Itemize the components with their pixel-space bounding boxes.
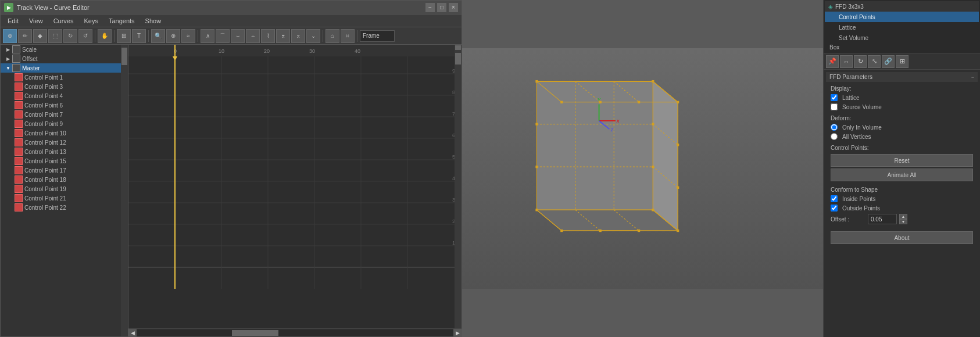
tangent-btn3[interactable]: ⌣	[231, 29, 245, 43]
tangent-btn4[interactable]: ⌢	[246, 29, 260, 43]
snap-button[interactable]: ≈	[181, 29, 195, 43]
tree-label-scale: Scale	[22, 46, 37, 53]
tangent-btn1[interactable]: ∧	[201, 29, 214, 43]
modifier-set-volume[interactable]: Set Volume	[825, 33, 979, 43]
tree-item-cp13[interactable]: Control Point 13	[1, 147, 128, 156]
frame-input[interactable]	[360, 30, 395, 42]
offset-down-button[interactable]: ▼	[899, 219, 907, 224]
all-vertices-radio[interactable]	[831, 133, 838, 140]
tree-item-scale[interactable]: ▶ Scale	[1, 45, 128, 54]
tree-item-master[interactable]: ▼ Master	[1, 63, 128, 73]
move-button[interactable]: ↔	[840, 55, 853, 68]
tree-item-cp12[interactable]: Control Point 12	[1, 138, 128, 147]
scroll-thumb[interactable]	[232, 330, 278, 336]
fit-sel-button[interactable]: T	[132, 29, 146, 43]
ffd-params-header[interactable]: FFD Parameters −	[826, 72, 978, 82]
pencil-tool-button[interactable]: ✏	[18, 29, 32, 43]
inside-points-checkbox[interactable]	[831, 195, 838, 202]
modifier-title-row: ◈ FFD 3x3x3	[825, 1, 979, 12]
tree-item-cp22[interactable]: Control Point 22	[1, 203, 128, 212]
loop2-tool-button[interactable]: ↺	[78, 29, 92, 43]
unified-btn[interactable]: ⌗	[341, 29, 355, 43]
tree-item-cp7[interactable]: Control Point 7	[1, 110, 128, 119]
about-button[interactable]: About	[831, 231, 973, 244]
tree-item-cp4[interactable]: Control Point 4	[1, 91, 128, 101]
svg-text:Y: Y	[598, 97, 601, 102]
tree-item-cp10[interactable]: Control Point 10	[1, 128, 128, 138]
tangent-btn6[interactable]: ⌆	[276, 29, 290, 43]
scroll-left-button[interactable]: ◀	[128, 329, 137, 337]
link-button[interactable]: 🔗	[882, 55, 895, 68]
menu-edit[interactable]: Edit	[3, 16, 23, 26]
offset-label: Offset :	[831, 216, 865, 223]
svg-rect-74	[652, 123, 654, 125]
tree-item-offset[interactable]: ▶ Offset	[1, 54, 128, 63]
offset-input[interactable]	[868, 214, 897, 224]
tree-item-cp19[interactable]: Control Point 19	[1, 184, 128, 193]
tree-scrollbar[interactable]	[121, 45, 128, 336]
key-icon	[15, 110, 23, 119]
inside-points-row: Inside Points	[826, 194, 978, 203]
tangent-btn5[interactable]: ⌇	[261, 29, 275, 43]
svg-rect-70	[652, 80, 654, 83]
rotate-button[interactable]: ↻	[854, 55, 867, 68]
tree-item-cp17[interactable]: Control Point 17	[1, 166, 128, 175]
minimize-button[interactable]: −	[425, 3, 435, 12]
menu-view[interactable]: View	[24, 16, 48, 26]
inside-points-label: Inside Points	[842, 196, 875, 202]
folder-icon	[12, 64, 20, 72]
tree-scrollbar-thumb[interactable]	[121, 48, 127, 65]
v-scroll-thumb[interactable]	[455, 53, 461, 64]
menu-keys[interactable]: Keys	[79, 16, 102, 26]
zoom-button[interactable]: 🔍	[151, 29, 165, 43]
window-title: Track View - Curve Editor	[17, 4, 90, 11]
zoom-region-button[interactable]: ⊕	[166, 29, 180, 43]
h-scrollbar[interactable]: ◀ ▶	[128, 328, 462, 336]
animate-all-button[interactable]: Animate All	[831, 168, 973, 181]
curve-area[interactable]: 100 90 80 70 60 50 40	[128, 45, 462, 336]
select-tool-button[interactable]: ⊕	[3, 29, 17, 43]
lattice-checkbox[interactable]	[831, 94, 838, 101]
modifier-lattice[interactable]: Lattice	[825, 22, 979, 33]
tangent-btn7[interactable]: ⌅	[291, 29, 305, 43]
region-select-button[interactable]: ⬚	[48, 29, 62, 43]
v-scrollbar[interactable]	[455, 45, 462, 328]
tree-item-cp15[interactable]: Control Point 15	[1, 156, 128, 166]
fit-button[interactable]: ⊞	[117, 29, 131, 43]
tree-label-cp18: Control Point 18	[24, 177, 66, 183]
menu-show[interactable]: Show	[141, 16, 166, 26]
offset-up-button[interactable]: ▲	[899, 214, 907, 219]
outside-points-checkbox[interactable]	[831, 205, 838, 211]
key-tool-button[interactable]: ◆	[33, 29, 47, 43]
menu-tangents[interactable]: Tangents	[104, 16, 140, 26]
reset-button[interactable]: Reset	[831, 154, 973, 167]
ffd-icon: ◈	[828, 3, 833, 10]
scroll-track[interactable]	[137, 329, 453, 336]
modifier-control-points[interactable]: Control Points	[825, 12, 979, 22]
tree-item-cp3[interactable]: Control Point 3	[1, 82, 128, 91]
tangent-btn2[interactable]: ⌒	[216, 29, 230, 43]
tangent-btn8[interactable]: ⌄	[306, 29, 320, 43]
tree-item-cp9[interactable]: Control Point 9	[1, 119, 128, 128]
main-area: ▶ Scale ▶ Offset ▼ Master Control Point …	[1, 45, 462, 336]
pan-button[interactable]: ✋	[98, 29, 112, 43]
scale-button[interactable]: ⤡	[868, 55, 881, 68]
loop-tool-button[interactable]: ↻	[63, 29, 77, 43]
pin-button[interactable]: 📌	[826, 55, 839, 68]
v-scroll-up[interactable]	[455, 45, 461, 50]
tree-item-cp6[interactable]: Control Point 6	[1, 101, 128, 110]
menu-curves[interactable]: Curves	[49, 16, 78, 26]
viewport-3d[interactable]: X Y Z	[462, 0, 823, 337]
only-in-volume-radio[interactable]	[831, 124, 838, 131]
tree-item-cp1[interactable]: Control Point 1	[1, 73, 128, 82]
source-volume-checkbox[interactable]	[831, 103, 838, 110]
scroll-right-button[interactable]: ▶	[453, 329, 462, 337]
close-button[interactable]: ×	[449, 3, 458, 12]
tree-item-cp21[interactable]: Control Point 21	[1, 193, 128, 203]
breakaway-btn[interactable]: ⌂	[326, 29, 339, 43]
tree-item-cp18[interactable]: Control Point 18	[1, 175, 128, 184]
display-section: Display:	[826, 84, 978, 93]
titlebar-controls: − □ ×	[425, 3, 458, 12]
maximize-button[interactable]: □	[437, 3, 446, 12]
copy-button[interactable]: ⊞	[896, 55, 909, 68]
